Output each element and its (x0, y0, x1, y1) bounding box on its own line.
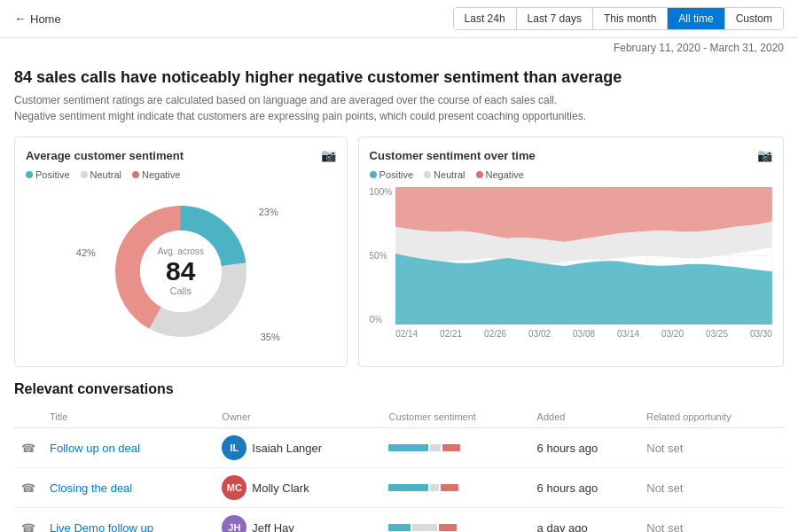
date-range: February 11, 2020 - March 31, 2020 (0, 38, 798, 58)
conversations-section: Relevant conversations Title Owner Custo… (14, 381, 784, 532)
x-label-0226: 02/26 (484, 329, 506, 339)
sentiment-bar (388, 524, 522, 531)
conversations-table: Title Owner Customer sentiment Added Rel… (14, 406, 784, 532)
avatar-jh: JH (222, 515, 246, 532)
sent-positive (388, 444, 428, 451)
donut-sub: Calls (158, 286, 204, 296)
sentiment-bar (388, 444, 522, 451)
main-content: 84 sales calls have noticeably higher ne… (0, 58, 798, 532)
col-sentiment: Customer sentiment (381, 406, 529, 428)
sent-positive (388, 484, 428, 491)
y-label-100: 100% (370, 187, 393, 197)
avatar-mc: MC (222, 475, 246, 500)
sent-neutral (412, 524, 437, 531)
owner-cell: JH Jeff Hay (222, 515, 374, 532)
avg-sentiment-card: Average customer sentiment 📷 Positive Ne… (14, 137, 348, 367)
x-label-0320: 03/20 (661, 329, 684, 339)
y-label-0: 0% (370, 315, 393, 325)
row1-owner: IL Isaiah Langer (215, 428, 381, 468)
page-subtitle: Customer sentiment ratings are calculate… (14, 92, 784, 124)
sent-negative (441, 484, 458, 491)
row1-title[interactable]: Follow up on deal (43, 428, 215, 468)
x-label-0221: 02/21 (440, 329, 462, 339)
owner-cell: IL Isaiah Langer (222, 435, 374, 460)
row1-added: 6 hours ago (530, 428, 640, 468)
row3-title[interactable]: Live Demo follow up (43, 508, 215, 533)
sent-neutral (430, 484, 439, 491)
filter-custom[interactable]: Custom (725, 8, 783, 29)
filter-last24h[interactable]: Last 24h (454, 8, 517, 29)
time-legend-positive: Positive (370, 169, 414, 180)
x-label-0325: 03/25 (706, 329, 728, 339)
page-headline: 84 sales calls have noticeably higher ne… (14, 68, 784, 87)
time-chart-title: Customer sentiment over time 📷 (370, 148, 772, 162)
table-header-row: Title Owner Customer sentiment Added Rel… (14, 406, 784, 428)
table-row: ☎ Live Demo follow up JH Jeff Hay (14, 508, 784, 533)
table-row: ☎ Closing the deal MC Molly Clark (14, 468, 784, 508)
avg-sentiment-legend: Positive Neutral Negative (26, 169, 336, 180)
col-title: Title (43, 406, 215, 428)
row1-icon-cell: ☎ (14, 428, 43, 468)
legend-neutral: Neutral (81, 169, 121, 180)
pct-negative: 42% (76, 247, 96, 258)
sent-negative (442, 444, 460, 451)
area-chart-svg (395, 187, 772, 325)
row2-owner: MC Molly Clark (215, 468, 381, 508)
owner-cell: MC Molly Clark (222, 475, 374, 500)
row2-sentiment (381, 468, 529, 508)
legend-negative: Negative (132, 169, 180, 180)
time-export-icon[interactable]: 📷 (757, 148, 772, 162)
row2-icon-cell: ☎ (14, 468, 43, 508)
x-label-0330: 03/30 (750, 329, 772, 339)
conversations-title: Relevant conversations (14, 381, 784, 397)
col-opportunity: Related opportunity (639, 406, 784, 428)
avatar-il: IL (222, 435, 246, 460)
legend-positive: Positive (26, 169, 70, 180)
row1-sentiment (381, 428, 529, 468)
sentiment-over-time-card: Customer sentiment over time 📷 Positive … (358, 137, 784, 367)
charts-row: Average customer sentiment 📷 Positive Ne… (14, 137, 784, 367)
row3-opportunity: Not set (639, 508, 784, 533)
sent-neutral (430, 444, 441, 451)
x-label-0314: 03/14 (617, 329, 639, 339)
donut-number: 84 (158, 256, 204, 286)
row2-opportunity: Not set (639, 468, 784, 508)
filter-last7days[interactable]: Last 7 days (517, 8, 593, 29)
filter-thismonth[interactable]: This month (593, 8, 668, 29)
y-label-50: 50% (370, 251, 393, 261)
col-added: Added (530, 406, 640, 428)
phone-icon: ☎ (21, 481, 35, 495)
col-owner: Owner (215, 406, 381, 428)
donut-avg-text: Avg. across (158, 246, 204, 256)
table-row: ☎ Follow up on deal IL Isaiah Langer (14, 428, 784, 468)
row1-opportunity: Not set (639, 428, 784, 468)
time-legend: Positive Neutral Negative (370, 169, 772, 180)
row3-owner: JH Jeff Hay (215, 508, 381, 533)
sentiment-bar (388, 484, 522, 491)
avg-sentiment-title: Average customer sentiment 📷 (26, 148, 336, 162)
home-label: Home (30, 12, 61, 26)
row3-added: a day ago (530, 508, 640, 533)
col-icon (14, 406, 43, 428)
x-label-0214: 02/14 (395, 329, 418, 339)
sent-positive (388, 524, 411, 531)
sent-negative (439, 524, 457, 531)
row2-title[interactable]: Closing the deal (43, 468, 215, 508)
row2-added: 6 hours ago (530, 468, 640, 508)
time-legend-negative: Negative (476, 169, 524, 180)
back-arrow-icon: ← (14, 12, 27, 26)
filter-alltime[interactable]: All time (668, 8, 724, 29)
x-label-0308: 03/08 (573, 329, 595, 339)
row3-sentiment (381, 508, 529, 533)
x-label-0302: 03/02 (528, 329, 551, 339)
donut-container: Avg. across 84 Calls 23% 42% 35% (26, 187, 336, 356)
top-bar: ← Home Last 24h Last 7 days This month A… (0, 0, 798, 38)
time-legend-neutral: Neutral (424, 169, 465, 180)
back-link[interactable]: ← Home (14, 12, 61, 26)
time-filter-group: Last 24h Last 7 days This month All time… (453, 7, 784, 30)
pct-neutral: 35% (261, 332, 280, 342)
export-icon[interactable]: 📷 (321, 148, 336, 162)
pct-positive: 23% (259, 207, 278, 217)
phone-icon: ☎ (21, 521, 35, 533)
phone-icon: ☎ (21, 442, 35, 455)
